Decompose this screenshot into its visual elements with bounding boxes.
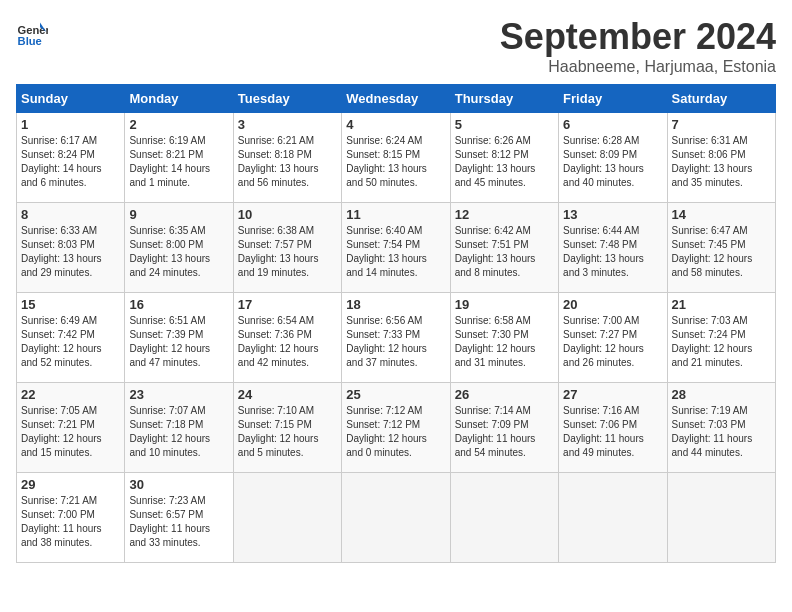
day-number: 1 — [21, 117, 120, 132]
day-info: Sunrise: 6:26 AMSunset: 8:12 PMDaylight:… — [455, 134, 554, 190]
calendar-day-cell: 23Sunrise: 7:07 AMSunset: 7:18 PMDayligh… — [125, 383, 233, 473]
day-number: 3 — [238, 117, 337, 132]
day-number: 6 — [563, 117, 662, 132]
calendar-day-cell: 29Sunrise: 7:21 AMSunset: 7:00 PMDayligh… — [17, 473, 125, 563]
day-info: Sunrise: 6:38 AMSunset: 7:57 PMDaylight:… — [238, 224, 337, 280]
calendar-day-cell: 19Sunrise: 6:58 AMSunset: 7:30 PMDayligh… — [450, 293, 558, 383]
day-number: 20 — [563, 297, 662, 312]
day-info: Sunrise: 6:42 AMSunset: 7:51 PMDaylight:… — [455, 224, 554, 280]
day-number: 2 — [129, 117, 228, 132]
calendar-day-cell — [450, 473, 558, 563]
calendar-day-cell: 14Sunrise: 6:47 AMSunset: 7:45 PMDayligh… — [667, 203, 775, 293]
month-title: September 2024 — [500, 16, 776, 58]
col-thursday: Thursday — [450, 85, 558, 113]
calendar-day-cell — [559, 473, 667, 563]
col-sunday: Sunday — [17, 85, 125, 113]
day-number: 22 — [21, 387, 120, 402]
col-saturday: Saturday — [667, 85, 775, 113]
day-number: 30 — [129, 477, 228, 492]
calendar-week-row: 8Sunrise: 6:33 AMSunset: 8:03 PMDaylight… — [17, 203, 776, 293]
day-info: Sunrise: 6:54 AMSunset: 7:36 PMDaylight:… — [238, 314, 337, 370]
calendar-day-cell: 13Sunrise: 6:44 AMSunset: 7:48 PMDayligh… — [559, 203, 667, 293]
calendar-day-cell: 15Sunrise: 6:49 AMSunset: 7:42 PMDayligh… — [17, 293, 125, 383]
calendar-day-cell — [233, 473, 341, 563]
calendar-day-cell: 24Sunrise: 7:10 AMSunset: 7:15 PMDayligh… — [233, 383, 341, 473]
calendar-day-cell: 21Sunrise: 7:03 AMSunset: 7:24 PMDayligh… — [667, 293, 775, 383]
day-info: Sunrise: 7:00 AMSunset: 7:27 PMDaylight:… — [563, 314, 662, 370]
day-number: 18 — [346, 297, 445, 312]
day-info: Sunrise: 7:23 AMSunset: 6:57 PMDaylight:… — [129, 494, 228, 550]
calendar-day-cell: 28Sunrise: 7:19 AMSunset: 7:03 PMDayligh… — [667, 383, 775, 473]
day-number: 5 — [455, 117, 554, 132]
calendar-day-cell: 5Sunrise: 6:26 AMSunset: 8:12 PMDaylight… — [450, 113, 558, 203]
day-number: 23 — [129, 387, 228, 402]
calendar-week-row: 1Sunrise: 6:17 AMSunset: 8:24 PMDaylight… — [17, 113, 776, 203]
day-info: Sunrise: 6:21 AMSunset: 8:18 PMDaylight:… — [238, 134, 337, 190]
day-info: Sunrise: 6:51 AMSunset: 7:39 PMDaylight:… — [129, 314, 228, 370]
day-info: Sunrise: 6:40 AMSunset: 7:54 PMDaylight:… — [346, 224, 445, 280]
calendar-day-cell: 3Sunrise: 6:21 AMSunset: 8:18 PMDaylight… — [233, 113, 341, 203]
col-tuesday: Tuesday — [233, 85, 341, 113]
day-number: 15 — [21, 297, 120, 312]
col-monday: Monday — [125, 85, 233, 113]
logo: General Blue — [16, 16, 48, 48]
day-number: 10 — [238, 207, 337, 222]
day-info: Sunrise: 6:56 AMSunset: 7:33 PMDaylight:… — [346, 314, 445, 370]
day-number: 21 — [672, 297, 771, 312]
col-friday: Friday — [559, 85, 667, 113]
day-info: Sunrise: 7:19 AMSunset: 7:03 PMDaylight:… — [672, 404, 771, 460]
calendar-day-cell — [342, 473, 450, 563]
day-number: 14 — [672, 207, 771, 222]
svg-text:Blue: Blue — [18, 35, 42, 47]
day-info: Sunrise: 6:19 AMSunset: 8:21 PMDaylight:… — [129, 134, 228, 190]
day-info: Sunrise: 6:31 AMSunset: 8:06 PMDaylight:… — [672, 134, 771, 190]
day-number: 25 — [346, 387, 445, 402]
day-info: Sunrise: 6:47 AMSunset: 7:45 PMDaylight:… — [672, 224, 771, 280]
calendar-day-cell: 1Sunrise: 6:17 AMSunset: 8:24 PMDaylight… — [17, 113, 125, 203]
day-number: 4 — [346, 117, 445, 132]
day-number: 28 — [672, 387, 771, 402]
calendar-day-cell: 9Sunrise: 6:35 AMSunset: 8:00 PMDaylight… — [125, 203, 233, 293]
day-info: Sunrise: 6:33 AMSunset: 8:03 PMDaylight:… — [21, 224, 120, 280]
day-info: Sunrise: 7:16 AMSunset: 7:06 PMDaylight:… — [563, 404, 662, 460]
day-info: Sunrise: 6:35 AMSunset: 8:00 PMDaylight:… — [129, 224, 228, 280]
location-subtitle: Haabneeme, Harjumaa, Estonia — [500, 58, 776, 76]
calendar-table: Sunday Monday Tuesday Wednesday Thursday… — [16, 84, 776, 563]
day-info: Sunrise: 6:49 AMSunset: 7:42 PMDaylight:… — [21, 314, 120, 370]
day-info: Sunrise: 6:58 AMSunset: 7:30 PMDaylight:… — [455, 314, 554, 370]
day-number: 26 — [455, 387, 554, 402]
title-block: September 2024 Haabneeme, Harjumaa, Esto… — [500, 16, 776, 76]
calendar-day-cell: 27Sunrise: 7:16 AMSunset: 7:06 PMDayligh… — [559, 383, 667, 473]
day-info: Sunrise: 7:12 AMSunset: 7:12 PMDaylight:… — [346, 404, 445, 460]
calendar-day-cell: 2Sunrise: 6:19 AMSunset: 8:21 PMDaylight… — [125, 113, 233, 203]
calendar-week-row: 29Sunrise: 7:21 AMSunset: 7:00 PMDayligh… — [17, 473, 776, 563]
calendar-day-cell — [667, 473, 775, 563]
day-info: Sunrise: 7:05 AMSunset: 7:21 PMDaylight:… — [21, 404, 120, 460]
calendar-day-cell: 4Sunrise: 6:24 AMSunset: 8:15 PMDaylight… — [342, 113, 450, 203]
calendar-week-row: 22Sunrise: 7:05 AMSunset: 7:21 PMDayligh… — [17, 383, 776, 473]
day-number: 11 — [346, 207, 445, 222]
col-wednesday: Wednesday — [342, 85, 450, 113]
header-row: Sunday Monday Tuesday Wednesday Thursday… — [17, 85, 776, 113]
day-number: 9 — [129, 207, 228, 222]
day-info: Sunrise: 7:10 AMSunset: 7:15 PMDaylight:… — [238, 404, 337, 460]
day-info: Sunrise: 6:24 AMSunset: 8:15 PMDaylight:… — [346, 134, 445, 190]
day-number: 13 — [563, 207, 662, 222]
day-number: 29 — [21, 477, 120, 492]
day-info: Sunrise: 6:28 AMSunset: 8:09 PMDaylight:… — [563, 134, 662, 190]
calendar-week-row: 15Sunrise: 6:49 AMSunset: 7:42 PMDayligh… — [17, 293, 776, 383]
logo-icon: General Blue — [16, 16, 48, 48]
calendar-day-cell: 26Sunrise: 7:14 AMSunset: 7:09 PMDayligh… — [450, 383, 558, 473]
day-number: 17 — [238, 297, 337, 312]
calendar-day-cell: 10Sunrise: 6:38 AMSunset: 7:57 PMDayligh… — [233, 203, 341, 293]
day-info: Sunrise: 6:17 AMSunset: 8:24 PMDaylight:… — [21, 134, 120, 190]
day-number: 27 — [563, 387, 662, 402]
day-number: 12 — [455, 207, 554, 222]
calendar-day-cell: 30Sunrise: 7:23 AMSunset: 6:57 PMDayligh… — [125, 473, 233, 563]
day-number: 24 — [238, 387, 337, 402]
calendar-day-cell: 18Sunrise: 6:56 AMSunset: 7:33 PMDayligh… — [342, 293, 450, 383]
calendar-day-cell: 8Sunrise: 6:33 AMSunset: 8:03 PMDaylight… — [17, 203, 125, 293]
day-number: 16 — [129, 297, 228, 312]
page-header: General Blue September 2024 Haabneeme, H… — [16, 16, 776, 76]
calendar-day-cell: 7Sunrise: 6:31 AMSunset: 8:06 PMDaylight… — [667, 113, 775, 203]
